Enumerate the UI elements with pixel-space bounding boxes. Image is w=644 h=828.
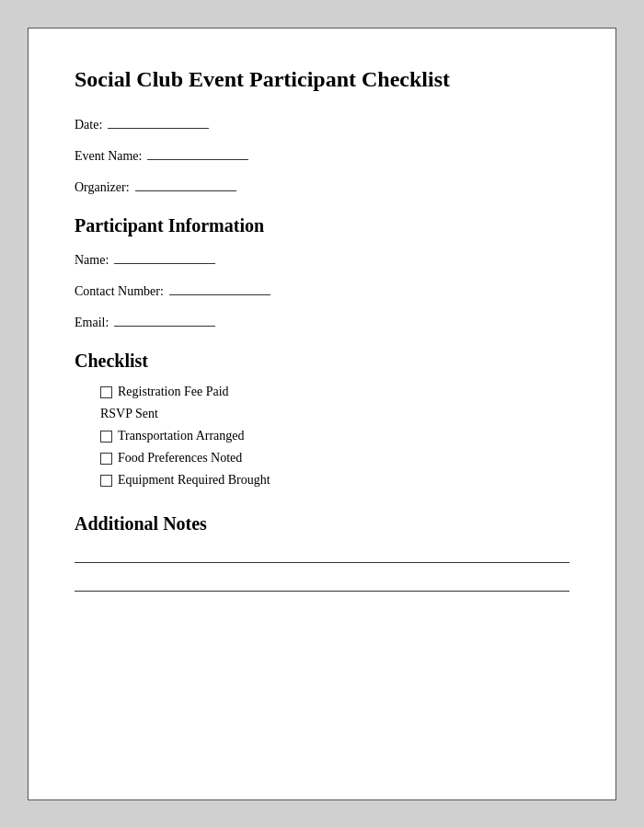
date-field-row: Date: xyxy=(75,114,569,132)
organizer-field-row: Organizer: xyxy=(75,177,569,195)
email-input[interactable] xyxy=(114,312,215,327)
name-input[interactable] xyxy=(114,249,215,264)
organizer-input[interactable] xyxy=(135,177,236,191)
checklist-label-rsvp: RSVP Sent xyxy=(100,407,158,421)
contact-input[interactable] xyxy=(169,281,270,295)
notes-line-1[interactable] xyxy=(75,562,569,563)
checkbox-food[interactable] xyxy=(100,453,112,465)
contact-field-row: Contact Number: xyxy=(75,281,569,299)
organizer-label: Organizer: xyxy=(75,180,130,195)
checkbox-equipment[interactable] xyxy=(100,475,112,487)
checklist-section-heading: Checklist xyxy=(75,351,569,372)
notes-heading: Additional Notes xyxy=(75,513,569,535)
participant-section-heading: Participant Information xyxy=(75,215,569,236)
checklist-item-rsvp: RSVP Sent xyxy=(100,407,569,421)
checklist-item-transport: Transportation Arranged xyxy=(100,429,569,443)
event-name-field-row: Event Name: xyxy=(75,145,569,164)
checklist-label-reg-fee: Registration Fee Paid xyxy=(118,385,229,399)
name-label: Name: xyxy=(75,253,109,268)
event-name-label: Event Name: xyxy=(75,149,142,164)
email-label: Email: xyxy=(75,316,109,330)
checklist-label-transport: Transportation Arranged xyxy=(118,429,245,443)
date-input[interactable] xyxy=(108,114,209,129)
checkbox-reg-fee[interactable] xyxy=(100,386,112,398)
document-page: Social Club Event Participant Checklist … xyxy=(28,28,616,800)
page-title: Social Club Event Participant Checklist xyxy=(75,65,569,94)
checklist-item-equipment: Equipment Required Brought xyxy=(100,473,569,488)
checklist-label-equipment: Equipment Required Brought xyxy=(118,473,270,488)
checklist-label-food: Food Preferences Noted xyxy=(118,451,242,466)
notes-section: Additional Notes xyxy=(75,513,569,592)
contact-label: Contact Number: xyxy=(75,284,164,299)
checklist-item-food: Food Preferences Noted xyxy=(100,451,569,466)
event-name-input[interactable] xyxy=(147,145,248,160)
checkbox-transport[interactable] xyxy=(100,431,112,443)
name-field-row: Name: xyxy=(75,249,569,268)
checklist-item-reg-fee: Registration Fee Paid xyxy=(100,385,569,399)
checklist-list: Registration Fee Paid RSVP Sent Transpor… xyxy=(75,385,569,488)
notes-line-2[interactable] xyxy=(75,591,569,592)
email-field-row: Email: xyxy=(75,312,569,330)
date-label: Date: xyxy=(75,118,102,132)
